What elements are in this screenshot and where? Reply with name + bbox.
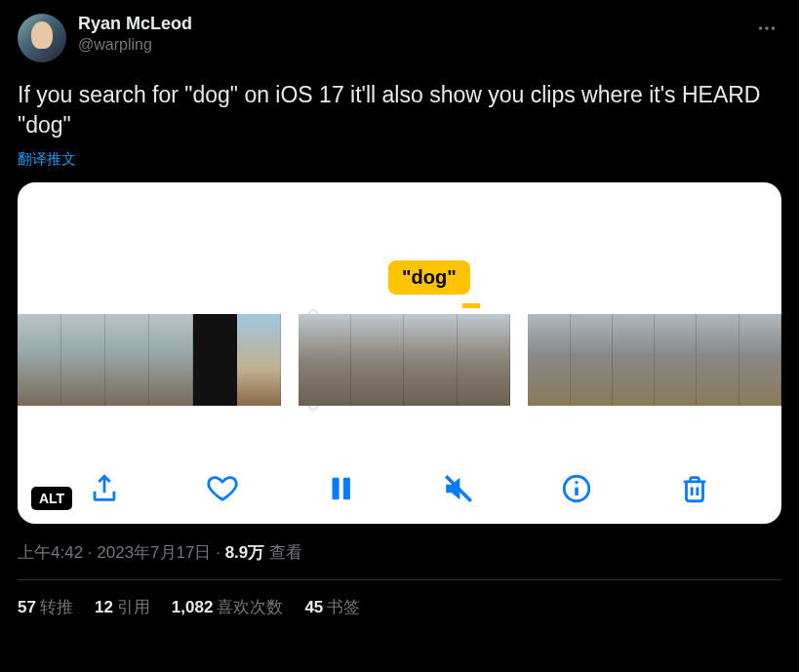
delete-button[interactable]	[677, 471, 712, 506]
video-frame	[613, 314, 655, 406]
svg-point-8	[576, 481, 579, 484]
more-options-button[interactable]	[752, 14, 781, 47]
likes-stat[interactable]: 1,082喜欢次数	[172, 596, 284, 618]
bookmarks-stat[interactable]: 45书签	[304, 596, 360, 618]
video-frame	[528, 314, 570, 406]
svg-point-1	[765, 26, 769, 30]
display-name: Ryan McLeod	[78, 14, 752, 34]
info-button[interactable]	[559, 471, 594, 506]
svg-point-0	[759, 26, 763, 30]
clip-group-2	[299, 314, 511, 406]
clip-group-1	[18, 314, 281, 406]
handle: @warpling	[78, 36, 752, 54]
video-scrubber[interactable]	[18, 314, 781, 406]
tweet-meta: 上午4:42 · 2023年7月17日 · 8.9万 查看	[18, 541, 781, 580]
tweet-header: Ryan McLeod @warpling	[18, 14, 781, 62]
info-icon	[560, 472, 593, 505]
quotes-stat[interactable]: 12引用	[95, 596, 150, 618]
search-tooltip: "dog"	[388, 260, 470, 295]
clip-group-3	[528, 314, 781, 406]
video-frame	[697, 314, 739, 406]
video-frame	[237, 314, 281, 406]
video-frame	[351, 314, 404, 406]
trash-icon	[678, 472, 711, 505]
video-frame	[571, 314, 613, 406]
video-frame	[18, 314, 61, 406]
heart-icon	[206, 472, 239, 505]
mute-icon	[442, 472, 475, 505]
video-frame	[193, 314, 237, 406]
video-frame	[404, 314, 457, 406]
tweet-container: Ryan McLeod @warpling If you search for …	[0, 0, 799, 634]
share-icon	[88, 472, 121, 505]
media-toolbar	[18, 471, 781, 506]
svg-point-2	[772, 26, 776, 30]
retweets-stat[interactable]: 57转推	[18, 596, 73, 618]
tweet-stats: 57转推 12引用 1,082喜欢次数 45书签	[18, 580, 781, 634]
video-frame	[655, 314, 697, 406]
alt-badge[interactable]: ALT	[31, 487, 72, 510]
mute-button[interactable]	[441, 471, 476, 506]
video-frame	[149, 314, 193, 406]
video-frame	[61, 314, 105, 406]
audio-match-marker	[462, 303, 480, 308]
pause-button[interactable]	[323, 471, 358, 506]
svg-rect-4	[343, 478, 350, 500]
share-button[interactable]	[87, 471, 122, 506]
video-frame	[105, 314, 149, 406]
pause-icon	[324, 472, 357, 505]
like-button[interactable]	[205, 471, 240, 506]
views-label: 查看	[264, 543, 302, 562]
svg-rect-3	[332, 478, 339, 500]
avatar[interactable]	[18, 14, 66, 62]
more-horizontal-icon	[756, 18, 778, 39]
tweet-date[interactable]: 2023年7月17日	[97, 543, 211, 562]
translate-link[interactable]: 翻译推文	[18, 150, 781, 169]
author-block[interactable]: Ryan McLeod @warpling	[78, 14, 752, 54]
views-count: 8.9万	[225, 543, 265, 562]
tweet-text: If you search for "dog" on iOS 17 it'll …	[18, 80, 781, 140]
video-frame	[299, 314, 351, 406]
media-attachment[interactable]: "dog"	[18, 182, 781, 524]
video-frame	[458, 314, 510, 406]
tweet-time[interactable]: 上午4:42	[18, 543, 83, 562]
video-frame	[739, 314, 781, 406]
